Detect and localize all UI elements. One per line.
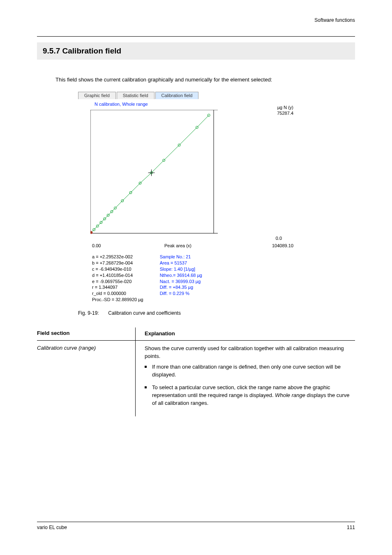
table-row: Calibration curve (range) Shows the curv… [37, 341, 355, 416]
tabs: Graphic field Statistic field Calibratio… [78, 92, 271, 99]
figure-caption: Fig. 9-19: Calibration curve and coeffic… [78, 310, 355, 316]
sample-ntheo: Ntheo.= 36914.68 µg [160, 272, 202, 279]
coef-proc-sd: Proc.-SD = 32.889920 µg [92, 297, 143, 303]
coef-e: e = -9.069755e-020 [92, 279, 143, 285]
table-header-right: Explanation [136, 327, 355, 341]
sample-info-block: Sample No.: 21 Area = 51537 Slope: 1.40 … [160, 254, 202, 303]
footer-rule [37, 522, 355, 522]
footer-left: vario EL cube [37, 525, 67, 530]
figure-number: Fig. 9-19: [78, 310, 107, 316]
y-axis-max: 75287.4 [277, 111, 293, 116]
coef-r: r = 1.344097 [92, 284, 143, 290]
x-axis-max: 104089.10 [272, 243, 293, 248]
table-header-row: Field section Explanation [37, 327, 355, 341]
tab-statistic-field[interactable]: Statistic field [117, 92, 154, 99]
chart-svg [90, 110, 255, 242]
x-axis-min: 0.00 [92, 243, 101, 248]
figure-caption-text: Calibration curve and coefficients [108, 310, 181, 316]
header-rule [37, 36, 355, 37]
sample-area: Area = 51537 [160, 260, 202, 266]
list-item: To select a particular curve section, cl… [145, 384, 350, 407]
table-row-left: Calibration curve (range) [37, 341, 136, 416]
table-header-left: Field section [37, 327, 136, 341]
calibration-screenshot: Graphic field Statistic field Calibratio… [78, 92, 271, 303]
section-heading: 9.5.7 Calibration field [37, 42, 355, 60]
bullet2-text-b: Whole range [275, 392, 305, 398]
chart-title: N calibration, Whole range [95, 102, 271, 107]
footer-right: 111 [347, 525, 355, 530]
coefficients-block: a = +2.295232e-002 b = +7.268729e-004 c … [92, 254, 143, 303]
y-axis-min: 0.0 [276, 236, 282, 241]
tab-calibration-field[interactable]: Calibration field [155, 92, 199, 99]
header-right: Software functions [314, 17, 355, 23]
coef-r-old: r_old = 0.000000 [92, 290, 143, 297]
sample-diff-abs: Diff. = +84.35 µg [160, 284, 202, 290]
coef-b: b = +7.268729e-004 [92, 260, 143, 266]
y-axis-label: µg N (y) [277, 105, 293, 110]
explanation-table: Field section Explanation Calibration cu… [37, 327, 355, 416]
sample-nact: Nact. = 36999.03 µg [160, 279, 202, 285]
intro-text: This field shows the current calibration… [55, 76, 355, 84]
x-axis-label: Peak area (x) [164, 243, 191, 248]
row-intro: Shows the curve currently used for calib… [145, 345, 344, 359]
calibration-chart: µg N (y) 75287.4 0.0 0.00 Peak area (x) … [78, 107, 271, 251]
sample-slope: Slope: 1.40 [1/µg] [160, 266, 202, 272]
list-item: If more than one calibration range is de… [145, 363, 350, 379]
tab-graphic-field[interactable]: Graphic field [78, 92, 116, 99]
coef-a: a = +2.295232e-002 [92, 254, 143, 260]
table-row-right: Shows the curve currently used for calib… [136, 341, 355, 416]
bullet1-text: If more than one calibration range is de… [152, 364, 341, 378]
coef-c: c = -6.949439e-010 [92, 266, 143, 272]
coef-d: d = +1.410185e-014 [92, 272, 143, 279]
sample-no: Sample No.: 21 [160, 254, 202, 260]
sample-diff-pct: Diff. = 0.229 % [160, 290, 202, 297]
